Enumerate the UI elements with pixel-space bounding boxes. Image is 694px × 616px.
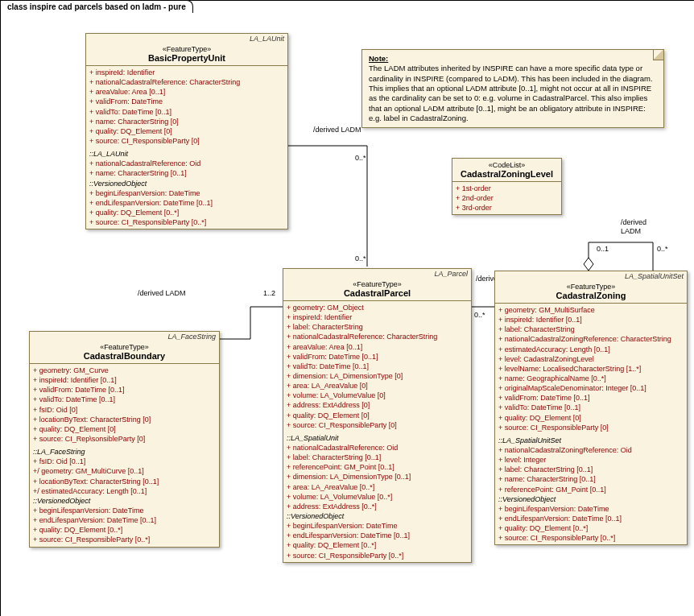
mult-label: 0..1: [597, 245, 609, 253]
class-attribute: + inspireId: Identifier [0..1]: [33, 375, 216, 385]
class-attribute: + validTo: DateTime [0..1]: [33, 395, 216, 404]
class-attribute: + nationalCadastralReference: CharacterS…: [287, 332, 468, 341]
class-header: «FeatureType» CadastralParcel: [283, 278, 471, 301]
class-attribute: + label: CharacterString [0..1]: [498, 465, 684, 474]
class-attribute: + 2nd-order: [456, 193, 558, 203]
class-attribute: + 1st-order: [456, 184, 558, 193]
class-attribute: + endLifespanVersion: DateTime [0..1]: [287, 531, 468, 540]
class-attribute: + level: CadastralZoningLevel: [498, 354, 684, 364]
class-subhead: ::VersionedObject: [287, 511, 468, 521]
class-attribute: + 3rd-order: [456, 203, 558, 213]
class-stereo: «FeatureType»: [89, 45, 284, 53]
class-attribute: + quality: DQ_Element [0..*]: [89, 208, 284, 217]
assoc-label: /derived LADM: [138, 289, 186, 297]
class-attribute: + source: CI_ResponsibleParty [0]: [287, 420, 468, 430]
class-attribute: + name: CharacterString [0]: [89, 117, 284, 126]
class-attribute: + nationalCadastralZoningReference: Char…: [498, 334, 684, 344]
class-attribute: + endLifespanVersion: DateTime [0..1]: [33, 515, 216, 525]
class-attribute: + source: CI_ResponsibleParty [0..*]: [33, 535, 216, 544]
class-attribute: + referencePoint: GM_Point [0..1]: [498, 485, 684, 494]
class-attribute: + locationByText: CharacterString [0]: [33, 415, 216, 424]
class-context: LA_FaceString: [30, 332, 219, 341]
class-attribute: + quality: DQ_Element [0]: [498, 413, 684, 423]
class-name: BasicPropertyUnit: [89, 53, 284, 63]
assoc-label: /derived LADM: [313, 126, 361, 134]
class-cadastral-zoning-level: «CodeList» CadastralZoningLevel + 1st-or…: [452, 158, 562, 215]
class-attribute: + nationalCadastralReference: Oid: [287, 443, 468, 453]
class-header: «FeatureType» BasicPropertyUnit: [86, 43, 287, 66]
class-attribute: + address: ExtAddress [0..*]: [287, 502, 468, 511]
class-attribute: + beginLifespanVersion: DateTime: [498, 504, 684, 514]
class-attribute: + volume: LA_VolumeValue [0..*]: [287, 492, 468, 502]
assoc-label: LADM: [621, 227, 641, 235]
class-attrs: + 1st-order+ 2nd-order+ 3rd-order: [452, 182, 561, 214]
class-attribute: + inspireId: Identifier [0..1]: [498, 315, 684, 325]
class-attrs: + nationalCadastralReference: Oid+ label…: [287, 443, 468, 511]
class-name: CadastralParcel: [287, 288, 468, 298]
class-attribute: + address: ExtAddress [0]: [287, 400, 468, 410]
diagram-canvas: class inspire cad parcels based on ladm …: [0, 0, 694, 616]
class-attrs: + beginLifespanVersion: DateTime+ endLif…: [498, 504, 684, 544]
class-attribute: + validFrom: DateTime [0..1]: [287, 352, 468, 362]
class-name: CadastralZoning: [498, 291, 684, 300]
class-attribute: + level: Integer: [498, 455, 684, 465]
class-attribute: + referencePoint: GM_Point [0..1]: [287, 462, 468, 472]
class-attribute: + nationalCadastralReference: CharacterS…: [89, 77, 284, 87]
class-attribute: + validTo: DateTime [0..1]: [89, 107, 284, 117]
mult-label: 0..*: [355, 154, 366, 162]
class-attribute: + quality: DQ_Element [0..*]: [498, 523, 684, 533]
class-attribute: + source: CI_ResponsibleParty [0..*]: [89, 217, 284, 227]
class-attribute: + levelName: LocalisedCharacterString [1…: [498, 364, 684, 374]
class-attribute: + validTo: DateTime [0..1]: [498, 403, 684, 412]
class-attribute: + dimension: LA_DimensionType [0..1]: [287, 472, 468, 482]
class-attribute: + label: CharacterString: [287, 322, 468, 332]
note-heading: Note:: [369, 54, 657, 64]
class-attribute: +/ estimatedAccuracy: Length [0..1]: [33, 486, 216, 496]
class-subhead: ::LA_LAUnit: [89, 149, 284, 159]
class-attribute: + name: CharacterString [0..1]: [89, 168, 284, 178]
class-attribute: + quality: DQ_Element [0..*]: [33, 525, 216, 535]
class-attribute: + source: CI_ResponsibleParty [0]: [498, 423, 684, 432]
class-sub: ::LA_SpatialUnitSet + nationalCadastralZ…: [495, 434, 687, 545]
class-attrs: + fsID: Oid [0..1]+/ geometry: GM_MultiC…: [33, 457, 216, 496]
class-sub: ::LA_FaceString + fsID: Oid [0..1]+/ geo…: [30, 445, 219, 546]
class-attribute: + area: LA_AreaValue [0..*]: [287, 482, 468, 492]
mult-label: 1..2: [263, 289, 275, 297]
class-cadastral-parcel: LA_Parcel «FeatureType» CadastralParcel …: [283, 268, 472, 563]
class-attrs: + geometry: GM_Curve+ inspireId: Identif…: [30, 364, 219, 445]
mult-label: 0..*: [355, 254, 366, 263]
class-subhead: ::VersionedObject: [89, 179, 284, 188]
class-context: LA_Parcel: [283, 269, 471, 278]
class-stereo: «CodeList»: [456, 161, 558, 169]
assoc-label: /derived: [621, 218, 646, 226]
class-attribute: + inspireId: Identifier: [287, 312, 468, 322]
class-attribute: + source: CI_ResponsibleParty [0]: [89, 136, 284, 146]
class-attribute: + validFrom: DateTime [0..1]: [498, 393, 684, 403]
class-attribute: + nationalCadastralReference: Oid: [89, 159, 284, 168]
class-attribute: + estimatedAccuracy: Length [0..1]: [498, 345, 684, 354]
class-attribute: + geometry: GM_Curve: [33, 366, 216, 375]
class-attrs: + beginLifespanVersion: DateTime+ endLif…: [287, 521, 468, 560]
class-context: LA_SpatialUnitSet: [495, 271, 687, 280]
class-attribute: + name: CharacterString [0..1]: [498, 474, 684, 484]
class-attribute: + fsID: Oid [0]: [33, 405, 216, 415]
class-context: LA_LAUnit: [86, 34, 287, 43]
class-attribute: + label: CharacterString: [498, 325, 684, 334]
class-attribute: + source: CI_ResponsibleParty [0..*]: [498, 533, 684, 543]
class-attribute: + nationalCadastralZoningReference: Oid: [498, 445, 684, 455]
class-name: CadastralBoundary: [33, 351, 216, 361]
class-attribute: + geometry: GM_Object: [287, 303, 468, 312]
note-fold-icon: [653, 50, 663, 60]
class-attribute: + areaValue: Area [0..1]: [89, 87, 284, 97]
class-attribute: + locationByText: CharacterString [0..1]: [33, 477, 216, 486]
class-stereo: «FeatureType»: [33, 343, 216, 351]
class-attrs: + nationalCadastralZoningReference: Oid+…: [498, 445, 684, 494]
class-attribute: + quality: DQ_Element [0]: [33, 424, 216, 434]
class-attribute: + inspireId: Identifier: [89, 68, 284, 77]
class-attribute: + label: CharacterString [0..1]: [287, 453, 468, 462]
diagram-note: Note: The LADM attributes inherited by I…: [361, 49, 664, 128]
class-attribute: + validFrom: DateTime: [89, 97, 284, 106]
class-attribute: +/ geometry: GM_MultiCurve [0..1]: [33, 466, 216, 476]
class-sub: ::LA_SpatialUnit + nationalCadastralRefe…: [283, 432, 471, 562]
class-attrs: + nationalCadastralReference: Oid+ name:…: [89, 159, 284, 178]
